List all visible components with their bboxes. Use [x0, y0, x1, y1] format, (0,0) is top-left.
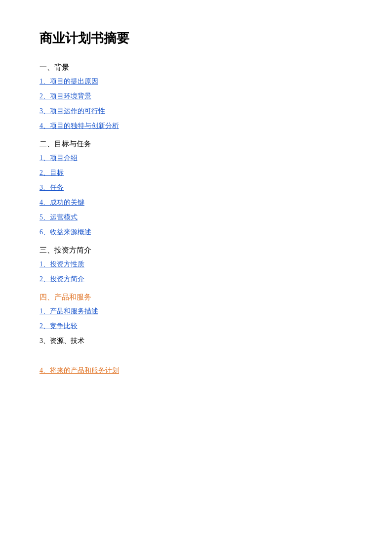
list-item[interactable]: 4、成功的关键 — [39, 198, 353, 207]
list-item[interactable]: 1、项目的提出原因 — [39, 77, 353, 86]
list-item[interactable]: 2、目标 — [39, 169, 353, 177]
section-goals: 二、目标与任务 1、项目介绍 2、目标 3、任务 4、成功的关键 5、运营模式 … — [39, 139, 353, 237]
list-item[interactable]: 4、项目的独特与创新分析 — [39, 122, 353, 130]
list-item[interactable]: 1、项目介绍 — [39, 154, 353, 163]
list-item[interactable]: 1、投资方性质 — [39, 260, 353, 269]
section-background: 一、背景 1、项目的提出原因 2、项目环境背景 3、项目运作的可行性 4、项目的… — [39, 63, 353, 130]
section-header-3: 三、投资方简介 — [39, 246, 353, 255]
list-item[interactable]: 2、竞争比较 — [39, 322, 353, 331]
list-item[interactable]: 2、项目环境背景 — [39, 92, 353, 101]
document-outline: 一、背景 1、项目的提出原因 2、项目环境背景 3、项目运作的可行性 4、项目的… — [39, 63, 353, 375]
list-item[interactable]: 1、产品和服务描述 — [39, 307, 353, 316]
list-item[interactable]: 4、将来的产品和服务计划 — [39, 366, 353, 375]
section-investor: 三、投资方简介 1、投资方性质 2、投资方简介 — [39, 246, 353, 284]
list-item[interactable]: 3、任务 — [39, 183, 353, 192]
page-title: 商业计划书摘要 — [39, 30, 353, 47]
list-item[interactable]: 6、收益来源概述 — [39, 228, 353, 237]
section-products: 四、产品和服务 1、产品和服务描述 2、竞争比较 3、资源、技术 4、将来的产品… — [39, 293, 353, 375]
spacer — [39, 351, 353, 366]
list-item[interactable]: 2、投资方简介 — [39, 275, 353, 284]
list-item[interactable]: 5、运营模式 — [39, 213, 353, 222]
list-item: 3、资源、技术 — [39, 337, 353, 345]
list-item[interactable]: 3、项目运作的可行性 — [39, 107, 353, 116]
section-header-1: 一、背景 — [39, 63, 353, 72]
section-header-2: 二、目标与任务 — [39, 139, 353, 149]
section-header-4: 四、产品和服务 — [39, 293, 353, 302]
